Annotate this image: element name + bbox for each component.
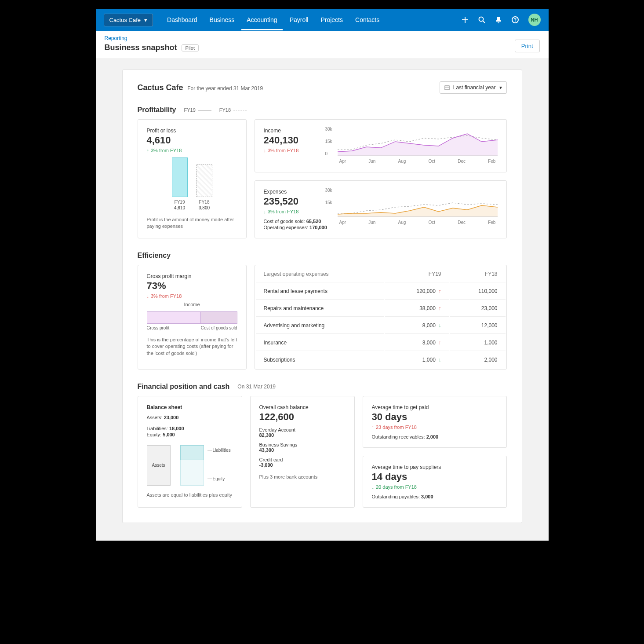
breadcrumb[interactable]: Reporting	[105, 35, 199, 41]
bar-fy18: FY18 3,800	[196, 165, 212, 210]
balance-liab: Liabilities: 18,000	[147, 426, 233, 431]
expenses-sparkline: 30k 15k AprJunAugOctDecFeb	[338, 189, 498, 230]
help-icon[interactable]: ?	[512, 16, 519, 23]
period-selector[interactable]: Last financial year ▾	[440, 81, 507, 94]
gpm-value: 73%	[147, 280, 237, 292]
card-opex-table: Largest operating expenses FY19 FY18 Ren…	[255, 265, 507, 370]
expenses-value: 235,520	[264, 196, 330, 207]
balance-diagram: Assets Liabilities Equity	[147, 445, 233, 486]
main-nav: Dashboard Business Accounting Payroll Pr…	[162, 9, 385, 30]
cash-title: Overall cash balance	[259, 404, 346, 410]
subheader: Reporting Business snapshot Pilot Print	[96, 31, 549, 59]
nav-contacts[interactable]: Contacts	[350, 9, 385, 30]
cash-value: 122,600	[259, 411, 346, 423]
avatar[interactable]: NH	[528, 14, 541, 26]
report-range: For the year ended 31 Mar 2019	[187, 85, 263, 91]
profit-delta: ↑ 3% from FY18	[147, 148, 237, 153]
section-title-text: Financial position and cash	[138, 383, 230, 391]
profit-caption: Profit is the amount of money made after…	[147, 216, 237, 230]
nav-dashboard[interactable]: Dashboard	[162, 9, 203, 30]
org-switcher[interactable]: Cactus Cafe ▾	[104, 14, 153, 26]
page-title-text: Business snapshot	[105, 43, 177, 52]
arrow-down-icon: ↓	[147, 293, 149, 299]
table-row: Repairs and maintenance38,000 ↑23,000	[256, 300, 506, 317]
cash-more: Plus 3 more bank accounts	[259, 474, 346, 480]
balance-caption: Assets are equal to liabilities plus equ…	[147, 492, 233, 498]
card-profit-loss: Profit or loss 4,610 ↑ 3% from FY18 FY19…	[138, 119, 247, 238]
expenses-opex: Operating expenses: 170,000	[264, 225, 330, 230]
card-income: Income 240,130 ↓ 3% from FY18 30k 15k	[255, 119, 507, 172]
gpm-diagram: Income Gross profit Cost of goods sold	[147, 305, 237, 330]
org-name: Cactus Cafe	[109, 17, 141, 23]
profit-label: Profit or loss	[147, 128, 237, 134]
table-row: Insurance3,000 ↑1,000	[256, 335, 506, 351]
legend-fy19: FY19	[184, 107, 211, 113]
balance-title: Balance sheet	[147, 404, 233, 410]
arrow-down-icon: ↓	[264, 148, 266, 153]
plus-icon[interactable]	[462, 16, 469, 23]
nav-business[interactable]: Business	[204, 9, 240, 30]
topbar: Cactus Cafe ▾ Dashboard Business Account…	[96, 9, 549, 31]
svg-point-0	[479, 17, 483, 22]
nav-projects[interactable]: Projects	[315, 9, 348, 30]
report-header: Cactus Cafe For the year ended 31 Mar 20…	[138, 81, 507, 94]
table-row: Rental and lease payments120,000 ↑110,00…	[256, 283, 506, 300]
arrow-down-icon: ↓	[264, 209, 266, 214]
pilot-badge: Pilot	[182, 44, 199, 51]
cash-account: Business Savings43,300	[259, 442, 346, 453]
cash-account: Credit card-3,000	[259, 457, 346, 468]
legend-fy18: FY18	[219, 107, 247, 113]
getpaid-delta: ↑ 23 days from FY18	[372, 424, 498, 430]
report-org: Cactus Cafe	[138, 83, 183, 92]
arrow-up-icon: ↑	[147, 148, 149, 153]
calendar-icon	[444, 85, 450, 90]
income-value: 240,130	[264, 135, 330, 146]
chevron-down-icon: ▾	[144, 17, 147, 23]
gpm-caption: This is the percentage of income that's …	[147, 337, 237, 357]
card-expenses: Expenses 235,520 ↓ 3% from FY18 Cost of …	[255, 180, 507, 238]
nav-accounting[interactable]: Accounting	[241, 9, 282, 30]
col-name: Largest operating expenses	[256, 266, 384, 282]
balance-equity: Equity: 5,000	[147, 432, 233, 437]
section-efficiency: Efficiency	[138, 252, 507, 260]
section-title-text: Efficiency	[138, 252, 171, 260]
paysupp-title: Average time to pay suppliers	[372, 464, 498, 470]
getpaid-outstanding: Outstanding receivables: 2,000	[372, 434, 498, 439]
paysupp-outstanding: Outstanding payables: 3,000	[372, 494, 498, 499]
paysupp-delta: ↓ 20 days from FY18	[372, 484, 498, 490]
card-get-paid: Average time to get paid 30 days ↑ 23 da…	[363, 396, 507, 448]
cash-account: Everday Account82,300	[259, 427, 346, 438]
report-card: Cactus Cafe For the year ended 31 Mar 20…	[122, 70, 522, 523]
getpaid-value: 30 days	[372, 411, 498, 423]
topbar-right: ? NH	[462, 14, 541, 26]
app-window: Cactus Cafe ▾ Dashboard Business Account…	[96, 9, 549, 541]
nav-payroll[interactable]: Payroll	[284, 9, 314, 30]
svg-rect-4	[445, 86, 449, 90]
svg-line-1	[483, 21, 485, 23]
expenses-label: Expenses	[264, 189, 330, 195]
income-delta: ↓ 3% from FY18	[264, 148, 330, 153]
col-fy18: FY18	[450, 266, 506, 282]
search-icon[interactable]	[478, 16, 485, 23]
expenses-cogs: Cost of goods sold: 65,520	[264, 219, 330, 224]
balance-assets: Assets: 23,000	[147, 415, 233, 420]
section-profitability: Profitability FY19 FY18	[138, 106, 507, 114]
card-pay-suppliers: Average time to pay suppliers 14 days ↓ …	[363, 456, 507, 508]
arrow-up-icon: ↑	[372, 424, 375, 430]
financial-asof: On 31 Mar 2019	[237, 384, 276, 390]
chevron-down-icon: ▾	[499, 84, 502, 91]
page-title: Business snapshot Pilot	[105, 43, 199, 52]
gpm-delta: ↓ 3% from FY18	[147, 293, 237, 299]
table-row: Subscriptions1,000 ↓2,000	[256, 352, 506, 368]
profit-bar-chart: FY19 4,610 FY18 3,800	[147, 162, 237, 210]
income-sparkline: 30k 15k 0 AprJunAugOctD	[338, 128, 498, 164]
period-label: Last financial year	[453, 84, 496, 91]
card-gross-profit-margin: Gross profit margin 73% ↓ 3% from FY18 I…	[138, 265, 247, 370]
income-label: Income	[264, 128, 330, 134]
section-financial: Financial position and cash On 31 Mar 20…	[138, 383, 507, 391]
bar-fy19: FY19 4,610	[172, 157, 188, 210]
print-button[interactable]: Print	[515, 40, 540, 52]
paysupp-value: 14 days	[372, 471, 498, 483]
bell-icon[interactable]	[495, 16, 502, 23]
report-canvas: Cactus Cafe For the year ended 31 Mar 20…	[96, 59, 549, 541]
